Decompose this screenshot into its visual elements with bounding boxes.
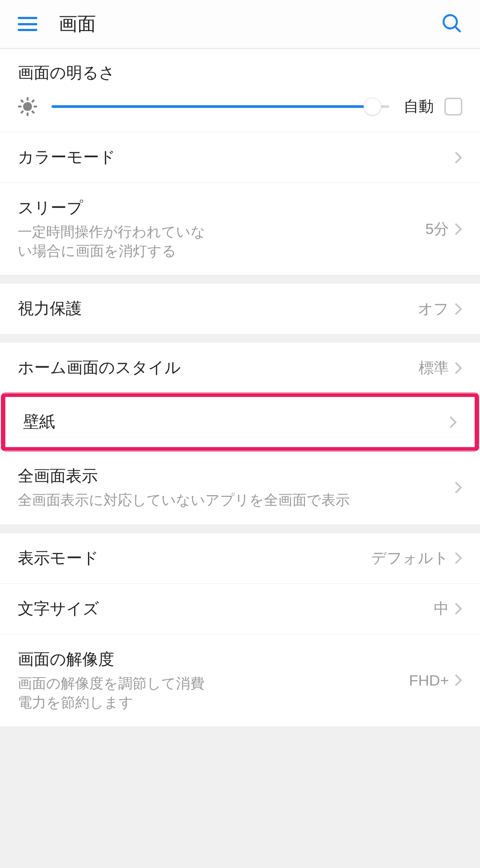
sleep-sub: 一定時間操作が行われていない場合に画面を消灯する	[18, 222, 213, 261]
chevron-right-icon	[454, 602, 462, 615]
section-eye: 視力保護 オフ	[0, 284, 480, 334]
brightness-label: 画面の明るさ	[18, 62, 462, 84]
sleep-value: 5分	[425, 219, 449, 239]
chevron-right-icon	[449, 416, 457, 429]
row-view-mode[interactable]: 表示モード デフォルト	[0, 533, 480, 584]
resolution-sub: 画面の解像度を調節して消費電力を節約します	[18, 674, 213, 712]
chevron-right-icon	[454, 302, 462, 316]
chevron-right-icon	[454, 674, 462, 687]
row-resolution[interactable]: 画面の解像度 画面の解像度を調節して消費電力を節約します FHD+	[0, 634, 480, 726]
svg-line-1	[456, 27, 460, 32]
view-mode-value: デフォルト	[371, 548, 449, 568]
row-home-style[interactable]: ホーム画面のスタイル 標準	[0, 343, 480, 393]
wallpaper-label: 壁紙	[23, 411, 449, 433]
chevron-right-icon	[454, 222, 462, 236]
resolution-label: 画面の解像度	[18, 649, 409, 670]
resolution-value: FHD+	[409, 672, 449, 689]
brightness-slider[interactable]	[52, 97, 389, 116]
brightness-low-icon	[18, 97, 37, 116]
chevron-right-icon	[454, 361, 462, 375]
row-color-mode[interactable]: カラーモード	[0, 132, 480, 183]
fullscreen-label: 全画面表示	[18, 465, 454, 487]
menu-icon[interactable]	[18, 17, 37, 31]
row-font-size[interactable]: 文字サイズ 中	[0, 584, 480, 634]
auto-brightness-checkbox[interactable]	[444, 98, 462, 115]
row-wallpaper[interactable]: 壁紙	[5, 397, 475, 447]
svg-line-8	[32, 111, 34, 113]
svg-point-2	[23, 102, 32, 111]
view-mode-label: 表示モード	[18, 547, 371, 569]
section-home: ホーム画面のスタイル 標準 壁紙 全画面表示 全画面表示に対応していないアプリを…	[0, 343, 480, 524]
section-view: 表示モード デフォルト 文字サイズ 中 画面の解像度 画面の解像度を調節して消費…	[0, 533, 480, 726]
svg-point-0	[444, 15, 457, 28]
home-style-value: 標準	[419, 358, 449, 378]
row-fullscreen[interactable]: 全画面表示 全画面表示に対応していないアプリを全画面で表示	[0, 451, 480, 524]
chevron-right-icon	[454, 481, 462, 494]
eye-comfort-label: 視力保護	[18, 298, 418, 320]
chevron-right-icon	[454, 151, 462, 164]
svg-line-10	[32, 100, 34, 102]
fullscreen-sub: 全画面表示に対応していないアプリを全画面で表示	[18, 491, 454, 510]
font-size-value: 中	[434, 598, 449, 619]
row-sleep[interactable]: スリープ 一定時間操作が行われていない場合に画面を消灯する 5分	[0, 183, 480, 275]
eye-comfort-value: オフ	[418, 299, 449, 319]
color-mode-label: カラーモード	[18, 147, 454, 168]
section-display: 画面の明るさ	[0, 49, 480, 275]
font-size-label: 文字サイズ	[18, 598, 434, 620]
row-brightness: 画面の明るさ	[0, 49, 480, 132]
row-eye-comfort[interactable]: 視力保護 オフ	[0, 284, 480, 334]
auto-brightness-label: 自動	[404, 96, 434, 117]
header: 画面	[0, 0, 480, 49]
page-title: 画面	[59, 12, 441, 36]
wallpaper-highlight: 壁紙	[1, 392, 479, 452]
svg-line-7	[21, 100, 23, 102]
search-icon[interactable]	[441, 12, 462, 36]
sleep-label: スリープ	[18, 197, 425, 219]
svg-line-9	[21, 111, 23, 113]
chevron-right-icon	[454, 551, 462, 565]
home-style-label: ホーム画面のスタイル	[18, 357, 419, 379]
